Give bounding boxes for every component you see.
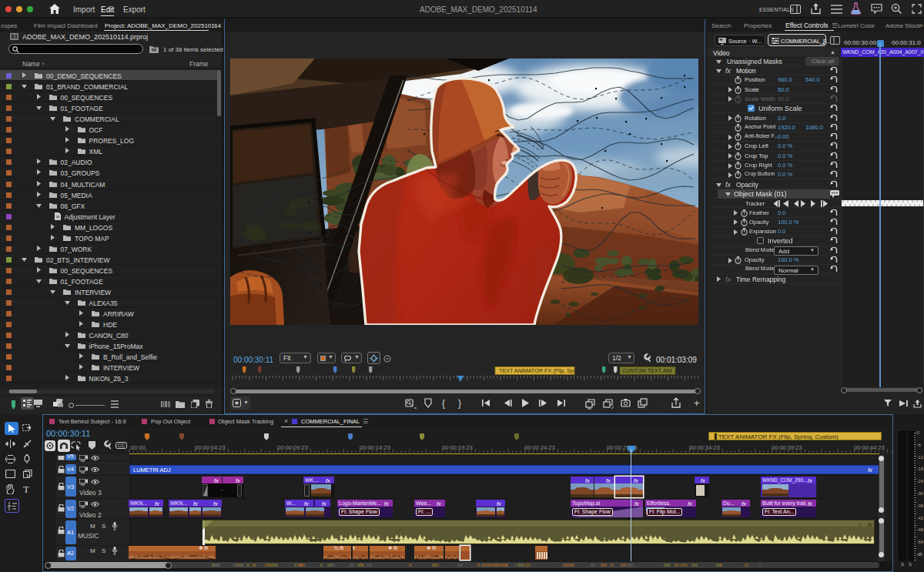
svg-text:CUSTOM TEXT ANI: CUSTOM TEXT ANI <box>622 367 672 374</box>
svg-text:{: { <box>442 398 445 409</box>
svg-text:}: } <box>458 398 461 409</box>
svg-text:+: + <box>694 397 700 409</box>
svg-text:TEXT ANIMATOR FX (Flip, Sp: TEXT ANIMATOR FX (Flip, Sp <box>499 367 574 374</box>
